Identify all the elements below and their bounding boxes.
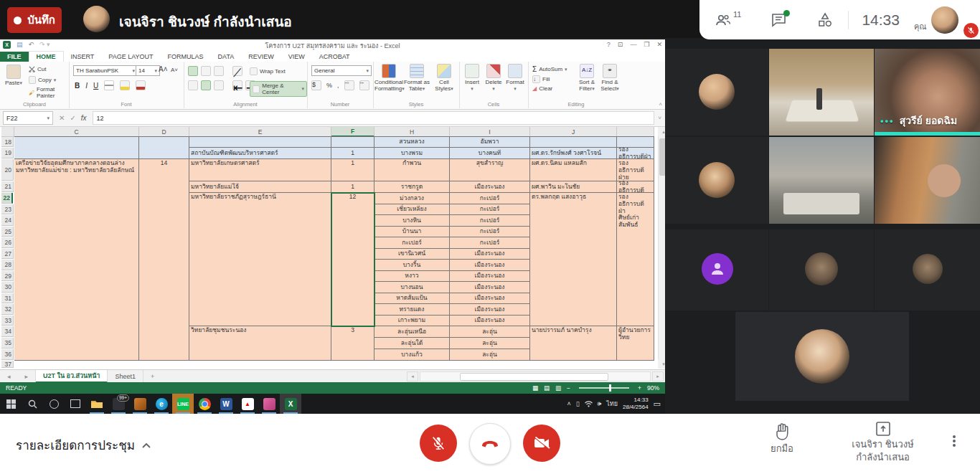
fill-color-icon[interactable]	[120, 80, 130, 90]
column-header-I[interactable]: I	[450, 127, 530, 137]
horizontal-scrollbar[interactable]: ◂ ▸	[407, 370, 665, 383]
grid-cell[interactable]: เมืองระนอง	[450, 293, 530, 304]
restore-button[interactable]: ❐	[644, 41, 649, 48]
row-header-22[interactable]: 22	[1, 193, 13, 204]
grid-cell[interactable]: มหาวิทยาลัยแม่โจ้	[189, 181, 331, 193]
enter-icon[interactable]: ✓	[70, 114, 75, 122]
grid-cell[interactable]: อัมพวา	[450, 137, 530, 148]
insert-cells-button[interactable]: Insert▾	[462, 64, 482, 92]
collapse-ribbon-icon[interactable]: ˄	[659, 101, 662, 108]
excel-taskbar-button[interactable]: X	[280, 394, 301, 414]
grid-cell[interactable]: เชี่ยวเหลียง	[374, 204, 450, 215]
grid-cell[interactable]: บางพรม	[374, 148, 450, 159]
grid-cell[interactable]: สถาบันบัณฑิตพัฒนบริหารศาสตร์	[189, 148, 331, 159]
sheet-nav-right-icon[interactable]: ▸	[18, 370, 37, 383]
chrome-button[interactable]	[194, 394, 215, 414]
camera-toggle-button[interactable]	[523, 425, 560, 462]
column-header-C[interactable]: C	[14, 127, 139, 137]
grid-cell[interactable]: หาดส้มแป้น	[374, 293, 450, 304]
column-header-E[interactable]: E	[189, 127, 331, 137]
format-as-table-button[interactable]: Format asTable▾	[403, 64, 430, 92]
grid-cell[interactable]: ละอุ่นใต้	[374, 338, 450, 349]
grid-cell[interactable]: เมืองระนอง	[450, 282, 530, 293]
battery-icon[interactable]: ▯	[576, 400, 580, 407]
decrease-decimal-icon[interactable]: ⁰⁺	[359, 80, 369, 90]
align-top-icon[interactable]	[188, 66, 198, 76]
row-header-25[interactable]: 25	[1, 227, 14, 237]
worksheet-grid[interactable]: CDEFHIJ181920212223242526272829303132333…	[0, 127, 665, 369]
minimize-button[interactable]: —	[630, 41, 636, 48]
grid-cell[interactable]: สวนหลวง	[374, 137, 450, 148]
presenting-status[interactable]: เจนจิรา ชินวงษ์ กำลังนำเสนอ	[838, 421, 928, 463]
grid-cell[interactable]: เมืองระนอง	[450, 249, 530, 260]
grid-cell[interactable]: หงาว	[374, 271, 450, 282]
font-color-icon[interactable]	[136, 80, 146, 90]
participant-tile-4[interactable]	[665, 229, 768, 311]
hscroll-right-icon[interactable]: ▸	[652, 371, 664, 381]
row-header-34[interactable]: 34	[1, 326, 14, 337]
grid-cell[interactable]	[530, 137, 617, 148]
row-header-19[interactable]: 19	[1, 148, 14, 158]
row-header-31[interactable]: 31	[1, 293, 14, 303]
ribbon-tab-file[interactable]: FILE	[0, 52, 29, 62]
zoom-slider[interactable]	[579, 387, 629, 389]
hscroll-left-icon[interactable]: ◂	[407, 371, 418, 381]
search-button[interactable]	[22, 394, 43, 414]
zoom-slider-thumb[interactable]	[609, 384, 611, 392]
mic-toggle-button[interactable]	[420, 425, 457, 462]
conditional-formatting-button[interactable]: ConditionalFormatting▾	[374, 64, 403, 92]
grid-cell[interactable]	[617, 137, 654, 148]
network-icon[interactable]	[585, 401, 593, 407]
grid-cell[interactable]: ราชกรูด	[374, 181, 450, 193]
cancel-icon[interactable]: ✕	[59, 114, 65, 122]
grid-cell[interactable]: เมืองระนอง	[450, 181, 530, 193]
file-explorer-button[interactable]	[86, 394, 108, 414]
grid-cell[interactable]: ผู้อำนวยการวิทย	[617, 326, 654, 361]
chat-button[interactable]	[771, 13, 787, 27]
font-size-combo[interactable]: 14▾	[136, 65, 160, 76]
sheet-nav-left-icon[interactable]: ◂	[0, 370, 18, 383]
grid-cell[interactable]: เครือข่ายวิจัยอุดมศึกษาภาคกลางตอนล่างมหา…	[14, 159, 139, 361]
select-all-corner[interactable]	[1, 127, 14, 137]
ribbon-tab-data[interactable]: DATA	[211, 52, 242, 62]
participant-tile-1[interactable]	[665, 49, 768, 136]
format-painter-button[interactable]: 🖌 Format Painter	[29, 86, 69, 99]
grid-cell[interactable]: เมืองระนอง	[450, 316, 530, 326]
grid-cell[interactable]: ผศ.พาวิน มะโนชัย	[530, 181, 617, 193]
grid-cell[interactable]	[139, 137, 189, 159]
fx-icon[interactable]: fx	[81, 114, 87, 122]
grid-cell[interactable]: รองอธิการบดีฝ่า	[617, 148, 654, 159]
ribbon-tab-insert[interactable]: INSERT	[64, 52, 102, 62]
row-header-36[interactable]: 36	[1, 349, 14, 360]
merge-center-button[interactable]: Merge & Center▾	[250, 81, 307, 97]
grid-cell[interactable]	[331, 137, 374, 148]
recording-button[interactable]: บันทึก	[7, 7, 62, 33]
vscroll-up-icon[interactable]: ▴	[658, 127, 665, 136]
sheet-tab-active[interactable]: U2T ใน อว.ส่วนหน้า	[36, 370, 108, 383]
orientation-icon[interactable]: ⟋	[232, 66, 242, 76]
grid-cell[interactable]: บางนอน	[374, 282, 450, 293]
column-header-F[interactable]: F	[331, 127, 374, 137]
normal-view-icon[interactable]: ▦	[532, 384, 538, 392]
grid-cell[interactable]: เขานิเวศน์	[374, 249, 450, 260]
row-header-30[interactable]: 30	[1, 282, 14, 293]
page-break-view-icon[interactable]: ▥	[555, 384, 561, 392]
comma-style-button[interactable]: ,	[337, 82, 339, 89]
cortana-button[interactable]	[43, 394, 65, 414]
grid-cell[interactable]: รองอธิการบดี	[617, 181, 654, 193]
grid-cell[interactable]	[14, 137, 139, 159]
ribbon-tab-review[interactable]: REVIEW	[241, 52, 281, 62]
ribbon-tab-page-layout[interactable]: PAGE LAYOUT	[101, 52, 160, 62]
grid-cell[interactable]: กะเปอร์	[450, 204, 530, 215]
grid-cell[interactable]: เมืองระนอง	[450, 304, 530, 316]
leave-call-button[interactable]	[469, 423, 511, 465]
help-button[interactable]: ?	[607, 41, 611, 48]
row-header-29[interactable]: 29	[1, 271, 14, 281]
format-cells-button[interactable]: Format▾	[505, 64, 525, 92]
start-button[interactable]	[0, 394, 22, 414]
grid-cell[interactable]: เมืองระนอง	[450, 271, 530, 282]
ribbon-tab-acrobat[interactable]: ACROBAT	[312, 52, 357, 62]
grid-cell[interactable]: ละอุ่น	[450, 349, 530, 361]
grid-cell[interactable]: มหาวิทยาลัยราชภัฏสุราษฎร์ธานี	[189, 193, 331, 326]
italic-button[interactable]: I	[85, 82, 88, 90]
